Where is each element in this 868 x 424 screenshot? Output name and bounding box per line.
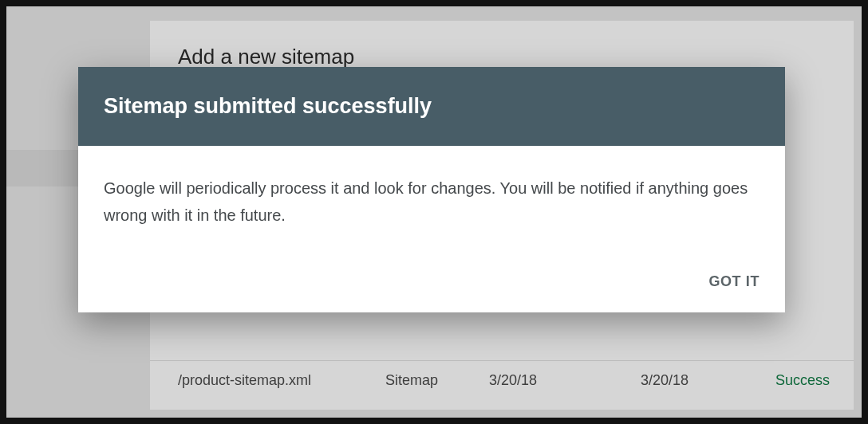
dialog-body: Google will periodically process it and … <box>78 146 785 237</box>
cell-filename: /product-sitemap.xml <box>178 372 385 389</box>
got-it-button[interactable]: GOT IT <box>708 273 760 290</box>
section-title: Add a new sitemap <box>178 45 354 69</box>
dialog-actions: GOT IT <box>78 237 785 312</box>
confirmation-dialog: Sitemap submitted successfully Google wi… <box>78 67 785 312</box>
cell-submitted: 3/20/18 <box>489 372 641 389</box>
dialog-title: Sitemap submitted successfully <box>78 67 785 146</box>
cell-read: 3/20/18 <box>641 372 768 389</box>
cell-type: Sitemap <box>385 372 489 389</box>
table-row[interactable]: /product-sitemap.xml Sitemap 3/20/18 3/2… <box>150 360 854 400</box>
cell-status: Success <box>775 372 830 389</box>
